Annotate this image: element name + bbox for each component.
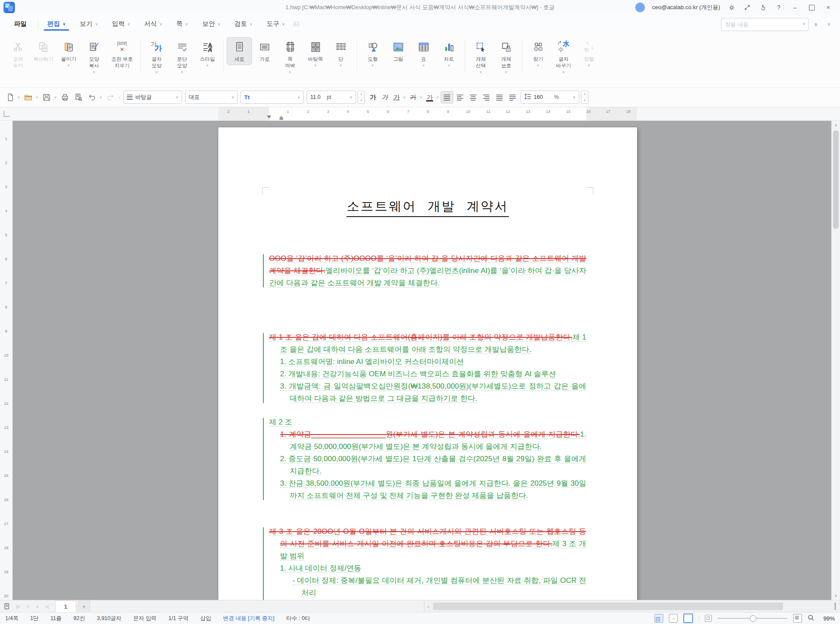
- save-button[interactable]: [40, 91, 53, 103]
- menu-security[interactable]: 보안∨: [195, 15, 228, 33]
- chevron-down-icon[interactable]: ∨: [448, 63, 450, 67]
- style-button[interactable]: AA 스타일 ∨: [195, 37, 220, 70]
- split-view-handle[interactable]: [835, 603, 839, 610]
- align-left-button[interactable]: [454, 91, 466, 104]
- chevron-down-icon[interactable]: ∨: [371, 63, 374, 67]
- char-shape-button[interactable]: 가 가 글자 모양 ∨: [144, 37, 169, 77]
- chevron-down-icon[interactable]: ∨: [505, 70, 508, 74]
- chevron-down-icon[interactable]: ∨: [562, 70, 565, 74]
- menu-extra-picture-icon[interactable]: [293, 15, 300, 33]
- align-divide-button[interactable]: [506, 91, 519, 104]
- account-email[interactable]: ceo@acalab.co.kr (개인용): [652, 4, 720, 11]
- zoom-in-button[interactable]: [793, 614, 802, 623]
- horizontal-ruler[interactable]: 21123456789101112131415161718: [0, 107, 840, 121]
- minimize-button[interactable]: –: [790, 3, 800, 12]
- thumbnail-view-icon[interactable]: [0, 600, 13, 612]
- align-center-button[interactable]: [467, 91, 480, 104]
- shape-button[interactable]: 도형 ∨: [360, 37, 385, 70]
- paragraph-preamble[interactable]: OOO을 ‘갑’이라 하고 (주)OOOO를 ‘을’이라 하여 갑·을 당사자간…: [269, 252, 586, 289]
- close-button[interactable]: ×: [823, 3, 833, 12]
- chevron-down-icon[interactable]: ∨: [289, 70, 291, 74]
- chevron-down-icon[interactable]: ∨: [314, 63, 317, 67]
- menu-file[interactable]: 파일: [4, 15, 36, 33]
- open-document-button[interactable]: [22, 91, 35, 103]
- para-shape-button[interactable]: 문단 모양 ∨: [169, 37, 195, 77]
- strikethrough-button[interactable]: 가: [407, 91, 419, 103]
- vertical-ruler[interactable]: 1234567891011121314151617181920: [0, 121, 13, 600]
- chevron-down-icon[interactable]: ∨: [537, 63, 539, 67]
- zoom-slider-knob[interactable]: [750, 615, 756, 622]
- vertical-scroll-thumb[interactable]: [833, 130, 839, 229]
- touch-hand-icon[interactable]: [759, 3, 767, 12]
- chart-button[interactable]: 차트 ∨: [436, 37, 462, 70]
- chevron-down-icon[interactable]: ∨: [67, 63, 70, 67]
- find-button[interactable]: 찾기 ∨: [525, 37, 551, 70]
- margin-marker-icon[interactable]: [267, 116, 271, 119]
- font-dropdown[interactable]: Tt ∨: [241, 91, 304, 104]
- stepper-up-icon[interactable]: ∧: [358, 91, 364, 98]
- line-spacing-stepper[interactable]: ∧ ∨: [581, 91, 588, 104]
- scroll-left-icon[interactable]: ‹: [424, 604, 432, 609]
- line-spacing-dropdown[interactable]: 160 % ∨: [521, 91, 579, 104]
- zoom-percentage[interactable]: 99%: [820, 615, 835, 622]
- chevron-down-icon[interactable]: ∨: [18, 95, 20, 99]
- list-item[interactable]: 3. 개발금액: 금 일억삼팔백오십만원정(₩138,500,000원)(부가세…: [269, 380, 586, 405]
- scroll-up-icon[interactable]: ∧: [832, 123, 840, 127]
- page-tab-1[interactable]: 1: [55, 600, 76, 612]
- list-item[interactable]: 1. 사내 데이터 정제/연동: [269, 562, 586, 575]
- zoom-slider[interactable]: [718, 618, 788, 619]
- chevron-down-icon[interactable]: ∨: [173, 95, 179, 99]
- italic-button[interactable]: 가: [379, 91, 390, 103]
- preset-dropdown[interactable]: 대표 ∨: [185, 91, 238, 104]
- menu-edit[interactable]: 편집∨: [40, 15, 73, 33]
- align-right-button[interactable]: [480, 91, 493, 104]
- chevron-down-icon[interactable]: ∨: [54, 95, 57, 99]
- object-protect-button[interactable]: 개체 보호 ∨: [494, 37, 519, 77]
- settings-gear-icon[interactable]: [727, 3, 736, 12]
- menu-tools[interactable]: 도구∨: [259, 15, 292, 33]
- find-prev-button[interactable]: ∧: [810, 19, 822, 30]
- track-changes-status[interactable]: 변경 내용 [기록 중지]: [223, 615, 274, 622]
- bold-button[interactable]: 가: [367, 91, 378, 103]
- chevron-down-icon[interactable]: ∨: [480, 70, 482, 74]
- add-tab-button[interactable]: +: [78, 600, 90, 612]
- prev-page-button[interactable]: <: [23, 600, 32, 612]
- find-close-button[interactable]: ×: [823, 19, 835, 30]
- chevron-down-icon[interactable]: ∨: [229, 95, 234, 99]
- chevron-down-icon[interactable]: ∨: [181, 70, 183, 74]
- zoom-out-button[interactable]: [705, 615, 712, 622]
- vertical-scrollbar[interactable]: ∧ ∨: [831, 121, 840, 600]
- scroll-down-icon[interactable]: ∨: [832, 593, 840, 598]
- chevron-down-icon[interactable]: ∨: [436, 95, 439, 99]
- fullscreen-expand-icon[interactable]: [743, 3, 752, 12]
- account-avatar[interactable]: [635, 3, 645, 12]
- find-input[interactable]: [721, 18, 808, 31]
- list-item[interactable]: 3. 잔금 38,500,000원(부가세 별도)은 최종 납품일에 을에게 지…: [269, 477, 586, 502]
- erase-marks-button[interactable]: [###]✕ 조판 부호 지우기: [107, 37, 137, 72]
- underline-button[interactable]: 가: [391, 91, 402, 103]
- document-content[interactable]: 소프트웨어 개발 계약서 OOO을 ‘갑’이라 하고 (주)OOOO를 ‘을’이…: [218, 127, 637, 600]
- menu-format[interactable]: 서식∨: [137, 15, 170, 33]
- chevron-down-icon[interactable]: ∨: [36, 95, 38, 99]
- page-margin-button[interactable]: 쪽 여백 ∨: [277, 37, 303, 77]
- horizontal-scrollbar[interactable]: ‹: [424, 600, 840, 612]
- landscape-button[interactable]: 가로: [252, 37, 277, 65]
- horizontal-scroll-thumb[interactable]: [433, 603, 783, 610]
- style-dropdown[interactable]: 바탕글 ∨: [123, 91, 182, 104]
- font-color-button[interactable]: 가: [424, 91, 435, 103]
- font-size-dropdown[interactable]: 11.0 pt ∨: [307, 91, 356, 104]
- master-page-button[interactable]: 바탕쪽 ∨: [303, 37, 328, 70]
- stepper-down-icon[interactable]: ∨: [358, 98, 364, 104]
- document-page[interactable]: 소프트웨어 개발 계약서 OOO을 ‘갑’이라 하고 (주)OOOO를 ‘을’이…: [218, 127, 637, 600]
- portrait-button[interactable]: 세로: [227, 37, 252, 65]
- menu-review[interactable]: 검토∨: [228, 15, 260, 33]
- paragraph[interactable]: 제 3 조 을은 20OO년 O월 O일부터 본 건의 서비스개시와 관련된 서…: [269, 526, 586, 562]
- object-select-button[interactable]: 개체 선택 ∨: [468, 37, 494, 77]
- stepper-up-icon[interactable]: ∧: [581, 91, 588, 98]
- next-page-button[interactable]: >: [32, 600, 42, 612]
- first-page-button[interactable]: |<: [13, 600, 23, 612]
- list-item[interactable]: 2. 중도금 50,000,000원(부가세 별도)은 1단계 산출물 검수(2…: [269, 453, 586, 477]
- menu-view[interactable]: 보기∨: [73, 15, 105, 33]
- document-title[interactable]: 소프트웨어 개발 계약서: [346, 197, 508, 217]
- chevron-down-icon[interactable]: ∨: [420, 95, 422, 99]
